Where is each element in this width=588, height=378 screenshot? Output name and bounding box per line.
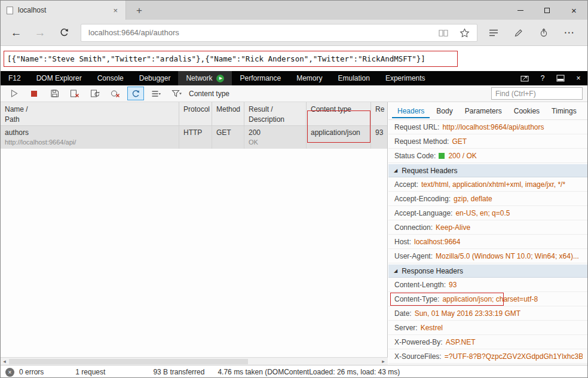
browser-tab[interactable]: localhost × <box>1 1 126 20</box>
request-method-row: Request Method: GET <box>388 134 588 149</box>
tab-cookies[interactable]: Cookies <box>509 103 545 118</box>
requests-count: 1 request <box>75 368 105 376</box>
request-url-row: Request URL: http://localhost:9664/api/a… <box>388 120 588 134</box>
forward-button[interactable]: → <box>28 21 52 44</box>
column-content-type[interactable]: Content type <box>307 102 371 125</box>
column-method[interactable]: Method <box>212 102 244 125</box>
tab-dom-explorer[interactable]: DOM Explorer <box>29 71 90 85</box>
dock-devtools-button[interactable] <box>552 71 569 85</box>
export-har-button[interactable] <box>46 87 63 100</box>
tab-close-icon[interactable]: × <box>111 6 120 15</box>
minimize-icon <box>517 10 523 11</box>
request-headers-section[interactable]: ◢ Request Headers <box>388 164 588 177</box>
column-options-button[interactable] <box>148 87 164 100</box>
favorites-star-icon[interactable] <box>460 28 470 38</box>
tab-emulation[interactable]: Emulation <box>330 71 378 85</box>
close-devtools-button[interactable]: × <box>569 71 587 85</box>
hub-icon <box>489 29 498 37</box>
stop-icon <box>30 90 38 98</box>
find-input[interactable] <box>491 87 583 100</box>
network-table-header: Name / Path Protocol Method Result / Des… <box>1 102 387 126</box>
status-code-row: Status Code: 200 / OK <box>388 149 588 163</box>
header-row: User-Agent: Mozilla/5.0 (Windows NT 10.0… <box>388 249 588 263</box>
more-button[interactable]: ⋯ <box>558 21 580 44</box>
tab-experiments[interactable]: Experiments <box>378 71 433 85</box>
request-path: http://localhost:9664/api/ <box>5 138 174 147</box>
address-bar[interactable]: localhost:9664/api/authors <box>81 24 477 42</box>
status-ok-indicator <box>439 153 445 159</box>
request-protocol: HTTP <box>179 126 212 149</box>
unpin-devtools-button[interactable] <box>516 71 534 85</box>
navigation-bar: ← → localhost:9664/api/authors <box>1 20 587 46</box>
request-method: GET <box>212 126 244 149</box>
content-type-filter-label[interactable]: Content type <box>189 90 229 98</box>
request-description: OK <box>249 138 302 147</box>
url-text: localhost:9664/api/authors <box>88 28 438 37</box>
column-name-path[interactable]: Name / Path <box>1 102 179 125</box>
reading-view-icon[interactable] <box>438 28 449 38</box>
stop-profiling-button[interactable] <box>26 87 42 100</box>
back-button[interactable]: ← <box>4 21 28 44</box>
scroll-right-icon[interactable]: ▸ <box>379 358 387 365</box>
collapse-triangle-icon: ◢ <box>394 269 397 273</box>
new-tab-button[interactable]: + <box>130 3 149 19</box>
scroll-left-icon[interactable]: ◂ <box>1 358 8 365</box>
f12-brand: F12 <box>1 74 29 82</box>
tab-parameters[interactable]: Parameters <box>460 103 507 118</box>
horizontal-scrollbar[interactable]: ◂ ▸ <box>1 357 388 365</box>
share-button[interactable] <box>532 21 555 44</box>
column-protocol[interactable]: Protocol <box>179 102 212 125</box>
header-row: X-Powered-By: ASP.NET <box>388 335 588 349</box>
play-icon <box>10 89 19 98</box>
minimize-button[interactable] <box>507 1 534 20</box>
header-row: Date: Sun, 01 May 2016 23:33:19 GMT <box>388 306 588 321</box>
response-headers-section[interactable]: ◢ Response Headers <box>388 265 588 278</box>
address-bar-icons <box>438 28 470 38</box>
scrollbar-thumb[interactable] <box>9 359 248 364</box>
request-headers-title: Request Headers <box>402 167 457 175</box>
network-toolbar: Content type <box>1 85 587 102</box>
dock-icon <box>556 75 565 82</box>
maximize-button[interactable] <box>534 1 561 20</box>
more-icon: ⋯ <box>564 26 574 39</box>
window-controls: × <box>507 1 587 20</box>
filter-button[interactable] <box>168 87 185 100</box>
tab-performance[interactable]: Performance <box>232 71 289 85</box>
collapse-triangle-icon: ◢ <box>394 168 397 173</box>
close-window-button[interactable]: × <box>561 1 587 20</box>
header-row-content-type: Content-Type: application/json; charset=… <box>388 292 588 306</box>
clear-session-button[interactable] <box>66 87 83 100</box>
request-row-authors[interactable]: authors http://localhost:9664/api/ HTTP … <box>1 126 387 149</box>
tab-headers[interactable]: Headers <box>392 103 430 118</box>
refresh-button[interactable] <box>52 21 76 44</box>
tab-memory[interactable]: Memory <box>289 71 330 85</box>
request-details-panel: Headers Body Parameters Cookies Timings … <box>388 102 588 365</box>
clear-on-navigate-button[interactable] <box>87 87 103 100</box>
error-badge-icon: × <box>5 368 14 377</box>
column-result-description[interactable]: Result / Description <box>244 102 307 125</box>
tab-timings[interactable]: Timings <box>546 103 582 118</box>
header-row: Server: Kestrel <box>388 321 588 335</box>
filter-funnel-icon <box>172 89 182 98</box>
list-options-icon <box>151 90 161 98</box>
tab-debugger[interactable]: Debugger <box>131 71 179 85</box>
errors-count: 0 errors <box>19 368 44 376</box>
start-profiling-button[interactable] <box>5 87 22 100</box>
clear-cookies-icon <box>111 89 120 98</box>
hub-button[interactable] <box>482 21 505 44</box>
recording-icon: ▶ <box>216 75 224 82</box>
tab-title: localhost <box>18 6 106 14</box>
column-received[interactable]: Re <box>371 102 387 125</box>
clear-cookies-button[interactable] <box>107 87 124 100</box>
json-annotation-box: [{"Name":"Steve Smith","Twitter":"ardali… <box>4 51 458 67</box>
close-icon: × <box>571 6 577 15</box>
page-icon <box>7 7 13 14</box>
web-note-button[interactable] <box>507 21 530 44</box>
response-headers-title: Response Headers <box>402 267 463 275</box>
json-response-text: [{"Name":"Steve Smith","Twitter":"ardali… <box>7 54 425 63</box>
tab-network[interactable]: Network ▶ <box>178 71 232 85</box>
tab-body[interactable]: Body <box>431 103 458 118</box>
devtools-help-button[interactable]: ? <box>534 71 552 85</box>
tab-console[interactable]: Console <box>90 71 131 85</box>
always-refresh-button[interactable] <box>127 87 144 100</box>
